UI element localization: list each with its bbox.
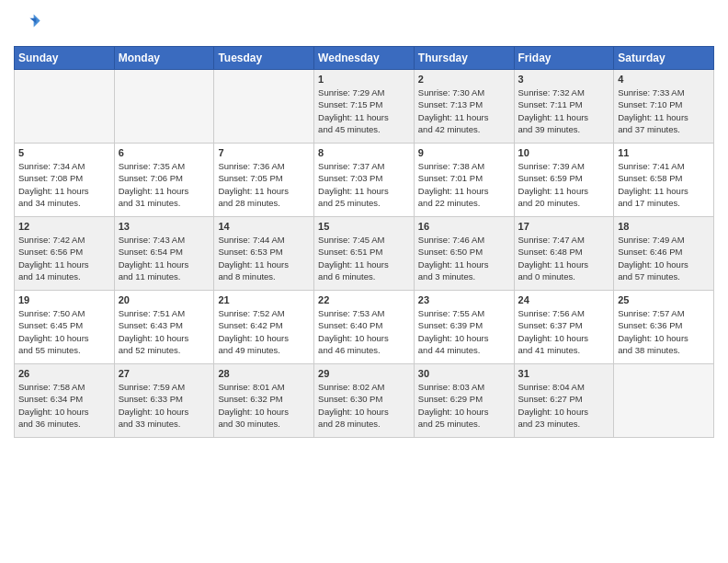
weekday-header: Monday (114, 47, 214, 70)
day-info: Sunrise: 7:34 AM Sunset: 7:08 PM Dayligh… (18, 160, 110, 209)
day-number: 29 (318, 368, 410, 379)
calendar-cell: 18Sunrise: 7:49 AM Sunset: 6:46 PM Dayli… (614, 217, 714, 291)
day-number: 21 (218, 294, 310, 305)
weekday-header: Wednesday (314, 47, 415, 70)
page-header (14, 9, 714, 39)
calendar-cell: 28Sunrise: 8:01 AM Sunset: 6:32 PM Dayli… (214, 364, 314, 438)
day-number: 6 (119, 147, 210, 158)
calendar-cell: 3Sunrise: 7:32 AM Sunset: 7:11 PM Daylig… (514, 70, 614, 144)
calendar-cell: 26Sunrise: 7:58 AM Sunset: 6:34 PM Dayli… (15, 364, 115, 438)
day-info: Sunrise: 7:38 AM Sunset: 7:01 PM Dayligh… (418, 160, 510, 209)
day-info: Sunrise: 7:33 AM Sunset: 7:10 PM Dayligh… (618, 86, 710, 135)
day-info: Sunrise: 7:59 AM Sunset: 6:33 PM Dayligh… (119, 381, 210, 430)
calendar-cell: 13Sunrise: 7:43 AM Sunset: 6:54 PM Dayli… (114, 217, 214, 291)
day-number: 24 (518, 294, 610, 305)
weekday-header: Friday (514, 47, 614, 70)
calendar-cell: 6Sunrise: 7:35 AM Sunset: 7:06 PM Daylig… (114, 144, 214, 217)
calendar-cell: 7Sunrise: 7:36 AM Sunset: 7:05 PM Daylig… (214, 144, 314, 217)
day-number: 14 (218, 221, 310, 232)
logo (14, 9, 41, 39)
calendar-cell: 8Sunrise: 7:37 AM Sunset: 7:03 PM Daylig… (314, 144, 415, 217)
day-info: Sunrise: 7:56 AM Sunset: 6:37 PM Dayligh… (518, 307, 610, 356)
weekday-header: Thursday (414, 47, 514, 70)
day-info: Sunrise: 7:36 AM Sunset: 7:05 PM Dayligh… (218, 160, 310, 209)
calendar-week-row: 1Sunrise: 7:29 AM Sunset: 7:15 PM Daylig… (15, 70, 714, 144)
calendar-cell: 14Sunrise: 7:44 AM Sunset: 6:53 PM Dayli… (214, 217, 314, 291)
calendar-cell: 27Sunrise: 7:59 AM Sunset: 6:33 PM Dayli… (114, 364, 214, 438)
day-number: 18 (618, 221, 710, 232)
calendar-cell: 17Sunrise: 7:47 AM Sunset: 6:48 PM Dayli… (514, 217, 614, 291)
day-info: Sunrise: 7:52 AM Sunset: 6:42 PM Dayligh… (218, 307, 310, 356)
calendar-cell: 29Sunrise: 8:02 AM Sunset: 6:30 PM Dayli… (314, 364, 415, 438)
calendar-cell: 4Sunrise: 7:33 AM Sunset: 7:10 PM Daylig… (614, 70, 714, 144)
day-number: 5 (18, 147, 110, 158)
calendar-cell (15, 70, 115, 144)
day-info: Sunrise: 7:43 AM Sunset: 6:54 PM Dayligh… (119, 234, 210, 282)
weekday-header: Tuesday (214, 47, 314, 70)
day-number: 23 (418, 294, 510, 305)
calendar-cell: 10Sunrise: 7:39 AM Sunset: 6:59 PM Dayli… (514, 144, 614, 217)
day-info: Sunrise: 7:46 AM Sunset: 6:50 PM Dayligh… (418, 234, 510, 282)
day-number: 3 (518, 74, 610, 85)
calendar-week-row: 26Sunrise: 7:58 AM Sunset: 6:34 PM Dayli… (15, 364, 714, 438)
calendar-cell: 24Sunrise: 7:56 AM Sunset: 6:37 PM Dayli… (514, 291, 614, 364)
calendar-cell: 25Sunrise: 7:57 AM Sunset: 6:36 PM Dayli… (614, 291, 714, 364)
day-info: Sunrise: 8:02 AM Sunset: 6:30 PM Dayligh… (318, 381, 410, 430)
day-number: 1 (318, 74, 410, 85)
day-number: 16 (418, 221, 510, 232)
day-info: Sunrise: 7:51 AM Sunset: 6:43 PM Dayligh… (119, 307, 210, 356)
day-number: 8 (318, 147, 410, 158)
day-number: 17 (518, 221, 610, 232)
calendar-cell: 23Sunrise: 7:55 AM Sunset: 6:39 PM Dayli… (414, 291, 514, 364)
day-info: Sunrise: 8:03 AM Sunset: 6:29 PM Dayligh… (418, 381, 510, 430)
day-number: 9 (418, 147, 510, 158)
calendar-table: SundayMondayTuesdayWednesdayThursdayFrid… (14, 46, 714, 438)
day-info: Sunrise: 8:01 AM Sunset: 6:32 PM Dayligh… (218, 381, 310, 430)
calendar-cell: 16Sunrise: 7:46 AM Sunset: 6:50 PM Dayli… (414, 217, 514, 291)
calendar-header-row: SundayMondayTuesdayWednesdayThursdayFrid… (15, 47, 714, 70)
calendar-cell: 12Sunrise: 7:42 AM Sunset: 6:56 PM Dayli… (15, 217, 115, 291)
day-info: Sunrise: 7:47 AM Sunset: 6:48 PM Dayligh… (518, 234, 610, 282)
day-info: Sunrise: 7:49 AM Sunset: 6:46 PM Dayligh… (618, 234, 710, 282)
day-number: 11 (618, 147, 710, 158)
day-number: 12 (18, 221, 110, 232)
day-info: Sunrise: 8:04 AM Sunset: 6:27 PM Dayligh… (518, 381, 610, 430)
day-number: 31 (518, 368, 610, 379)
day-number: 7 (218, 147, 310, 158)
calendar-cell: 9Sunrise: 7:38 AM Sunset: 7:01 PM Daylig… (414, 144, 514, 217)
day-info: Sunrise: 7:58 AM Sunset: 6:34 PM Dayligh… (18, 381, 110, 430)
calendar-cell: 20Sunrise: 7:51 AM Sunset: 6:43 PM Dayli… (114, 291, 214, 364)
day-number: 27 (119, 368, 210, 379)
calendar-cell: 21Sunrise: 7:52 AM Sunset: 6:42 PM Dayli… (214, 291, 314, 364)
weekday-header: Sunday (15, 47, 115, 70)
day-info: Sunrise: 7:29 AM Sunset: 7:15 PM Dayligh… (318, 86, 410, 135)
weekday-header: Saturday (614, 47, 714, 70)
day-info: Sunrise: 7:45 AM Sunset: 6:51 PM Dayligh… (318, 234, 410, 282)
calendar-cell: 5Sunrise: 7:34 AM Sunset: 7:08 PM Daylig… (15, 144, 115, 217)
calendar-week-row: 12Sunrise: 7:42 AM Sunset: 6:56 PM Dayli… (15, 217, 714, 291)
calendar-cell: 31Sunrise: 8:04 AM Sunset: 6:27 PM Dayli… (514, 364, 614, 438)
day-number: 25 (618, 294, 710, 305)
day-info: Sunrise: 7:41 AM Sunset: 6:58 PM Dayligh… (618, 160, 710, 209)
day-number: 13 (119, 221, 210, 232)
day-info: Sunrise: 7:44 AM Sunset: 6:53 PM Dayligh… (218, 234, 310, 282)
day-number: 19 (18, 294, 110, 305)
page-container: SundayMondayTuesdayWednesdayThursdayFrid… (0, 0, 728, 447)
day-number: 22 (318, 294, 410, 305)
calendar-cell: 15Sunrise: 7:45 AM Sunset: 6:51 PM Dayli… (314, 217, 415, 291)
day-number: 4 (618, 74, 710, 85)
day-number: 15 (318, 221, 410, 232)
day-number: 2 (418, 74, 510, 85)
day-info: Sunrise: 7:50 AM Sunset: 6:45 PM Dayligh… (18, 307, 110, 356)
day-info: Sunrise: 7:35 AM Sunset: 7:06 PM Dayligh… (119, 160, 210, 209)
calendar-cell: 19Sunrise: 7:50 AM Sunset: 6:45 PM Dayli… (15, 291, 115, 364)
day-info: Sunrise: 7:55 AM Sunset: 6:39 PM Dayligh… (418, 307, 510, 356)
calendar-cell: 2Sunrise: 7:30 AM Sunset: 7:13 PM Daylig… (414, 70, 514, 144)
day-info: Sunrise: 7:30 AM Sunset: 7:13 PM Dayligh… (418, 86, 510, 135)
day-number: 28 (218, 368, 310, 379)
calendar-cell (614, 364, 714, 438)
day-info: Sunrise: 7:42 AM Sunset: 6:56 PM Dayligh… (18, 234, 110, 282)
day-info: Sunrise: 7:39 AM Sunset: 6:59 PM Dayligh… (518, 160, 610, 209)
day-info: Sunrise: 7:57 AM Sunset: 6:36 PM Dayligh… (618, 307, 710, 356)
calendar-cell (214, 70, 314, 144)
